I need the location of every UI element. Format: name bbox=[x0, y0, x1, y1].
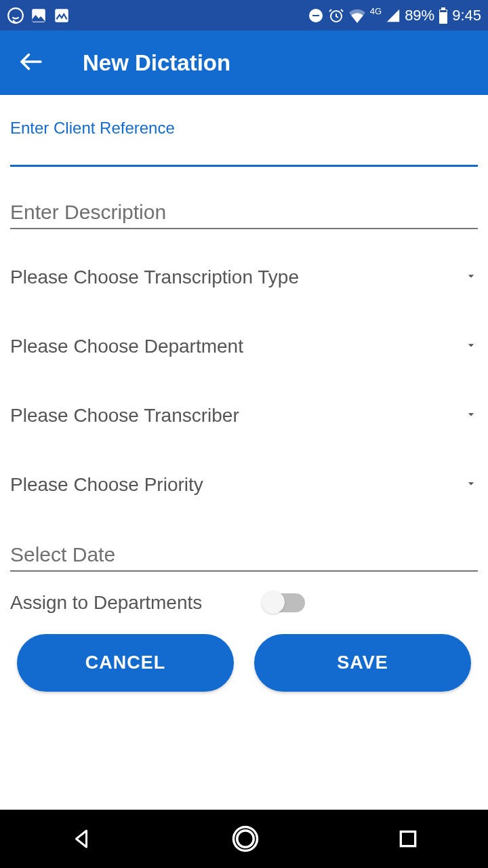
battery-icon bbox=[439, 7, 448, 24]
priority-dropdown[interactable]: Please Choose Priority bbox=[10, 474, 478, 496]
description-input[interactable]: Enter Description bbox=[10, 201, 478, 229]
client-reference-label: Enter Client Reference bbox=[10, 119, 478, 138]
nav-recent-icon[interactable] bbox=[397, 828, 419, 850]
toggle-knob bbox=[262, 591, 285, 614]
priority-label: Please Choose Priority bbox=[10, 474, 203, 496]
department-dropdown[interactable]: Please Choose Department bbox=[10, 336, 478, 357]
transcription-type-dropdown[interactable]: Please Choose Transcription Type bbox=[10, 267, 478, 288]
signal-icon bbox=[386, 8, 401, 23]
app-bar: New Dictation bbox=[0, 31, 488, 95]
button-row: CANCEL SAVE bbox=[10, 634, 478, 692]
chevron-down-icon bbox=[464, 408, 478, 424]
navigation-bar bbox=[0, 810, 488, 868]
chart-icon bbox=[53, 7, 70, 24]
transcriber-dropdown[interactable]: Please Choose Transcriber bbox=[10, 405, 478, 427]
svg-rect-7 bbox=[441, 7, 445, 9]
status-bar: 4G 89% 9:45 bbox=[0, 0, 488, 31]
page-title: New Dictation bbox=[83, 50, 230, 76]
svg-rect-2 bbox=[55, 9, 68, 22]
department-label: Please Choose Department bbox=[10, 336, 243, 357]
assign-departments-toggle[interactable] bbox=[263, 593, 305, 612]
do-not-disturb-icon bbox=[308, 7, 324, 24]
nav-home-icon[interactable] bbox=[231, 825, 260, 853]
chevron-down-icon bbox=[464, 338, 478, 355]
assign-departments-label: Assign to Departments bbox=[10, 592, 202, 614]
alarm-icon bbox=[328, 7, 344, 24]
save-button[interactable]: SAVE bbox=[254, 634, 471, 692]
status-left bbox=[7, 7, 70, 24]
status-right: 4G 89% 9:45 bbox=[308, 7, 481, 24]
back-arrow-icon[interactable] bbox=[17, 47, 45, 79]
client-reference-input[interactable] bbox=[10, 165, 478, 167]
cancel-button[interactable]: CANCEL bbox=[17, 634, 234, 692]
transcription-type-label: Please Choose Transcription Type bbox=[10, 267, 299, 288]
chevron-down-icon bbox=[464, 477, 478, 493]
form-container: Enter Client Reference Enter Description… bbox=[0, 95, 488, 692]
chevron-down-icon bbox=[464, 269, 478, 285]
nav-back-icon[interactable] bbox=[69, 827, 94, 851]
svg-rect-4 bbox=[312, 15, 319, 16]
battery-percent: 89% bbox=[405, 7, 434, 24]
network-type: 4G bbox=[370, 6, 382, 16]
assign-departments-row: Assign to Departments bbox=[10, 592, 478, 614]
whatsapp-icon bbox=[7, 7, 24, 24]
clock-time: 9:45 bbox=[452, 7, 481, 24]
svg-rect-11 bbox=[401, 831, 415, 846]
svg-point-0 bbox=[8, 8, 23, 23]
svg-rect-8 bbox=[440, 10, 447, 12]
picture-icon bbox=[30, 7, 47, 24]
transcriber-label: Please Choose Transcriber bbox=[10, 405, 239, 427]
svg-point-10 bbox=[237, 831, 254, 848]
wifi-icon bbox=[348, 8, 366, 23]
select-date-input[interactable]: Select Date bbox=[10, 543, 478, 572]
